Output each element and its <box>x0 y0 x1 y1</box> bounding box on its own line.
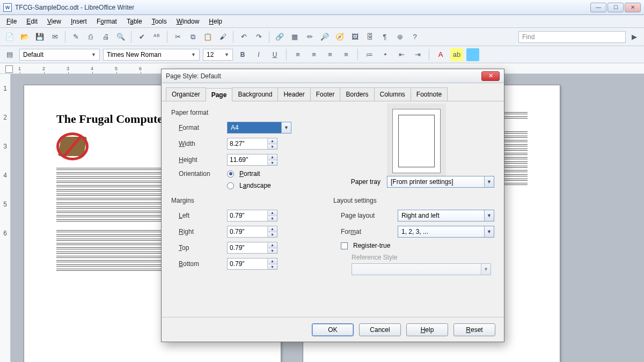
spin-up-icon[interactable]: ▲ <box>268 226 277 232</box>
cancel-button[interactable]: Cancel <box>359 323 401 336</box>
spellcheck-icon[interactable]: ✔ <box>135 31 148 43</box>
bold-icon[interactable]: B <box>236 48 249 61</box>
register-true-checkbox[interactable] <box>341 242 348 249</box>
menu-view[interactable]: View <box>43 16 65 27</box>
dialog-titlebar[interactable]: Page Style: Default ✕ <box>162 69 504 83</box>
spin-down-icon[interactable]: ▼ <box>268 232 277 238</box>
tab-organizer[interactable]: Organizer <box>166 87 206 101</box>
autospell-icon[interactable]: ᴬᴮ <box>150 31 163 43</box>
spin-up-icon[interactable]: ▲ <box>268 138 277 144</box>
spin-up-icon[interactable]: ▲ <box>268 154 277 160</box>
print-icon[interactable]: 🖨 <box>99 31 112 43</box>
undo-icon[interactable]: ↶ <box>237 31 250 43</box>
paper-format-select[interactable]: A4 ▼ <box>227 122 291 134</box>
format-paint-icon[interactable]: 🖌 <box>216 31 229 43</box>
page-layout-select[interactable]: Right and left ▼ <box>398 210 494 221</box>
bullets-icon[interactable]: • <box>379 48 392 61</box>
menu-table[interactable]: Table <box>122 16 147 27</box>
dialog-close-button[interactable]: ✕ <box>481 71 500 81</box>
tab-footnote[interactable]: Footnote <box>411 87 448 101</box>
new-doc-icon[interactable]: 📄 <box>3 31 16 43</box>
menu-tools[interactable]: Tools <box>148 16 171 27</box>
paragraph-style-combo[interactable]: Default▼ <box>19 49 100 61</box>
maximize-button[interactable]: ☐ <box>608 3 624 12</box>
tab-footer[interactable]: Footer <box>310 87 341 101</box>
copy-icon[interactable]: ⧉ <box>186 31 199 43</box>
spin-down-icon[interactable]: ▼ <box>268 144 277 150</box>
spin-up-icon[interactable]: ▲ <box>268 258 277 264</box>
font-size-combo[interactable]: 12▼ <box>203 49 233 61</box>
styles-icon[interactable]: ▤ <box>3 48 16 61</box>
paper-tray-select[interactable]: [From printer settings] ▼ <box>387 176 494 188</box>
pdf-export-icon[interactable]: ⎙ <box>84 31 97 43</box>
edit-doc-icon[interactable]: ✎ <box>69 31 82 43</box>
spin-up-icon[interactable]: ▲ <box>268 242 277 248</box>
navigator-icon[interactable]: 🧭 <box>333 31 346 43</box>
bgcolor-icon[interactable] <box>466 48 479 61</box>
paste-icon[interactable]: 📋 <box>201 31 214 43</box>
tab-page[interactable]: Page <box>206 88 233 101</box>
margin-bottom-spinner[interactable]: 0.79"▲▼ <box>227 258 277 270</box>
spin-down-icon[interactable]: ▼ <box>268 160 277 166</box>
help-button[interactable]: Help <box>406 323 448 336</box>
spin-down-icon[interactable]: ▼ <box>268 216 277 221</box>
close-button[interactable]: ✕ <box>625 3 641 12</box>
register-true-label[interactable]: Register-true <box>353 242 390 249</box>
highlight-icon[interactable]: ab <box>450 48 463 61</box>
indent-dec-icon[interactable]: ⇤ <box>395 48 408 61</box>
table-icon[interactable]: ▦ <box>288 31 301 43</box>
find-replace-icon[interactable]: 🔎 <box>318 31 331 43</box>
reset-button[interactable]: Reset <box>453 323 495 336</box>
font-color-icon[interactable]: A <box>434 48 447 61</box>
margin-top-spinner[interactable]: 0.79"▲▼ <box>227 242 277 254</box>
align-justify-icon[interactable]: ≡ <box>340 48 353 61</box>
align-left-icon[interactable]: ≡ <box>291 48 304 61</box>
nonprinting-icon[interactable]: ¶ <box>378 31 391 43</box>
group-layout: Layout settings <box>333 197 494 204</box>
redo-icon[interactable]: ↷ <box>252 31 265 43</box>
menu-edit[interactable]: Edit <box>22 16 42 27</box>
find-toolbar-input[interactable]: Find <box>518 31 626 43</box>
indent-inc-icon[interactable]: ⇥ <box>411 48 424 61</box>
menu-format[interactable]: Format <box>92 16 121 27</box>
ruler-tick: 2 <box>42 66 45 71</box>
menu-window[interactable]: Window <box>172 16 204 27</box>
cut-icon[interactable]: ✂ <box>171 31 184 43</box>
tab-header[interactable]: Header <box>277 87 310 101</box>
margin-right-spinner[interactable]: 0.79"▲▼ <box>227 226 277 238</box>
hyperlink-icon[interactable]: 🔗 <box>273 31 286 43</box>
datasources-icon[interactable]: 🗄 <box>363 31 376 43</box>
spin-down-icon[interactable]: ▼ <box>268 264 277 270</box>
align-center-icon[interactable]: ≡ <box>308 48 320 61</box>
email-icon[interactable]: ✉ <box>48 31 61 43</box>
menu-insert[interactable]: Insert <box>67 16 91 27</box>
titlebar: W TFCG-SampleDoc.odt - LibreOffice Write… <box>0 0 644 15</box>
help-icon[interactable]: ? <box>408 31 421 43</box>
drawing-icon[interactable]: ✏ <box>303 31 316 43</box>
tab-columns[interactable]: Columns <box>374 87 411 101</box>
menu-help[interactable]: Help <box>204 16 226 27</box>
spin-up-icon[interactable]: ▲ <box>268 210 277 216</box>
preview-icon[interactable]: 🔍 <box>114 31 127 43</box>
menu-file[interactable]: File <box>2 16 21 27</box>
tab-borders[interactable]: Borders <box>340 87 374 101</box>
gallery-icon[interactable]: 🖼 <box>348 31 361 43</box>
margin-left-spinner[interactable]: 0.79"▲▼ <box>227 210 277 221</box>
font-name-combo[interactable]: Times New Roman▼ <box>103 49 200 61</box>
save-icon[interactable]: 💾 <box>33 31 46 43</box>
underline-icon[interactable]: U <box>268 48 281 61</box>
width-spinner[interactable]: 8.27" ▲▼ <box>227 138 277 150</box>
ok-button[interactable]: OK <box>312 323 354 336</box>
height-spinner[interactable]: 11.69" ▲▼ <box>227 154 277 166</box>
italic-icon[interactable]: I <box>252 48 265 61</box>
find-next-icon[interactable]: ▶ <box>628 31 641 43</box>
minimize-button[interactable]: — <box>590 3 606 12</box>
tab-background[interactable]: Background <box>232 87 278 101</box>
vertical-ruler[interactable]: 1 2 3 4 5 6 <box>0 74 11 362</box>
spin-down-icon[interactable]: ▼ <box>268 248 277 254</box>
number-format-select[interactable]: 1, 2, 3, ... ▼ <box>398 226 494 238</box>
numbering-icon[interactable]: ≔ <box>363 48 376 61</box>
open-icon[interactable]: 📂 <box>18 31 31 43</box>
align-right-icon[interactable]: ≡ <box>324 48 336 61</box>
zoom-icon[interactable]: ⊕ <box>393 31 406 43</box>
